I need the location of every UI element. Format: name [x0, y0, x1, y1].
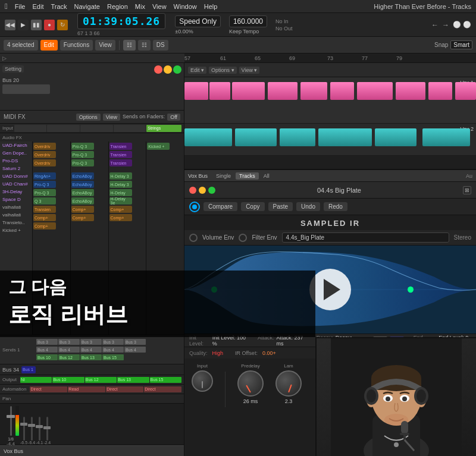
lam-knob[interactable] [275, 370, 302, 397]
play-button[interactable]: ▶ [18, 20, 29, 30]
window-min-left[interactable] [164, 65, 172, 74]
window-max-left[interactable] [173, 65, 181, 74]
fx-slot[interactable]: EchoABoy [71, 197, 94, 205]
send-btn[interactable]: Bus 4 [102, 347, 124, 353]
fx-slot[interactable]: Pro-Q 3 [33, 189, 56, 196]
menu-edit[interactable]: Edit [32, 3, 43, 10]
settings-btn[interactable]: Setting [2, 65, 24, 73]
send-btn[interactable]: Bus 3 [36, 339, 58, 345]
window-close-left[interactable] [154, 65, 162, 74]
predelay-knob[interactable] [237, 370, 264, 397]
tracks-tab[interactable]: Tracks [236, 172, 259, 180]
track-region[interactable] [184, 128, 232, 146]
fx-slot[interactable]: Pro-Q 3 [71, 159, 94, 166]
send-btn[interactable]: Bus 3 [102, 339, 124, 345]
menu-view[interactable]: View [152, 3, 167, 10]
volume-env-label[interactable]: Volume Env [202, 234, 234, 241]
menu-navigate[interactable]: Navigate [74, 3, 100, 10]
stop-button[interactable]: ▮▮ [31, 20, 42, 30]
fx-slot[interactable]: Transien [33, 206, 56, 213]
fader-thumb[interactable] [36, 425, 43, 428]
send-btn[interactable]: Bus 3 [80, 339, 102, 345]
sends-off[interactable]: Off [167, 114, 180, 121]
fx-slot[interactable]: Q 3 [33, 197, 56, 205]
fx-slot[interactable]: Kicked + [147, 143, 170, 150]
fx-slot[interactable]: Transien [109, 159, 132, 166]
menu-track[interactable]: Track [51, 3, 67, 10]
fx-slot[interactable]: RingAn+ [33, 172, 56, 180]
track-region[interactable] [184, 82, 208, 100]
view-dropdown[interactable]: View [103, 114, 120, 121]
grid-btn2[interactable]: ☷ [138, 40, 151, 51]
paste-btn[interactable]: Paste [268, 202, 293, 211]
tracks-edit-btn[interactable]: Edit ▾ [188, 67, 206, 74]
fx-slot[interactable]: Pro-Q 3 [71, 143, 94, 150]
plugin-min-btn[interactable] [199, 187, 206, 194]
send-btn[interactable]: Bus 15 [102, 354, 124, 360]
tracks-view-btn[interactable]: View ▾ [239, 67, 260, 74]
send-btn[interactable]: Bus 12 [58, 354, 80, 360]
fx-slot[interactable]: Pro-Q 3 [33, 181, 56, 188]
fx-slot[interactable]: H-Delay 3e [109, 197, 132, 205]
send-btn[interactable]: Bus 4 [80, 347, 102, 353]
track-region[interactable] [209, 82, 230, 100]
send-btn[interactable]: Bus 10 [36, 354, 58, 360]
rewind-button[interactable]: ◀◀ [5, 20, 15, 30]
plugin-power-btn[interactable] [189, 202, 200, 212]
track-region[interactable] [357, 82, 393, 100]
single-tab[interactable]: Single [212, 172, 234, 180]
tracks-options-btn[interactable]: Options ▾ [209, 67, 237, 74]
fx-slot[interactable]: Comp+ [33, 222, 56, 229]
track-region[interactable] [422, 128, 470, 146]
plugin-close-btn[interactable] [189, 187, 196, 194]
fx-slot[interactable]: Comp+ [71, 206, 94, 213]
track-region[interactable] [300, 82, 327, 100]
fx-slot[interactable]: Comp+ [71, 214, 94, 221]
view-btn[interactable]: View [95, 40, 115, 51]
track-region[interactable] [396, 82, 425, 100]
track-region[interactable] [268, 82, 298, 100]
fx-slot[interactable]: Comp+ [109, 214, 132, 221]
forward-button[interactable]: → [442, 21, 449, 29]
fader-thumb[interactable] [28, 424, 35, 427]
grid-btn1[interactable]: ☷ [123, 40, 136, 51]
record-button[interactable]: ● [44, 20, 55, 30]
fx-slot[interactable]: EchoABoy [71, 172, 94, 180]
track-region[interactable] [330, 82, 354, 100]
send-btn[interactable]: Bus 4 [36, 347, 58, 353]
volume-env-toggle[interactable] [189, 234, 198, 242]
waveform-play-btn[interactable] [309, 269, 351, 310]
apple-menu[interactable]:  [5, 2, 8, 11]
fader-thumb[interactable] [43, 426, 51, 429]
loop-button[interactable]: ↻ [57, 20, 68, 30]
track-region[interactable] [318, 128, 372, 146]
fx-slot[interactable]: H-Delay [109, 189, 132, 196]
track-region[interactable] [235, 128, 277, 146]
options-dropdown[interactable]: Options [76, 114, 101, 121]
plugin-expand-btn[interactable]: ⊠ [463, 186, 471, 194]
fx-slot[interactable]: Overdriv [33, 151, 56, 158]
fader-thumb[interactable] [20, 423, 27, 426]
menu-mix[interactable]: Mix [135, 3, 145, 10]
fx-slot[interactable]: EchoABoy [71, 181, 94, 188]
fx-slot[interactable]: Transien [109, 151, 132, 158]
compare-btn[interactable]: Compare [203, 202, 237, 211]
track-region[interactable] [428, 82, 452, 100]
track-region[interactable] [232, 82, 265, 100]
back-button[interactable]: ← [431, 21, 439, 29]
functions-btn[interactable]: Functions [60, 40, 93, 51]
snap-value[interactable]: Smart [450, 40, 472, 49]
fx-slot[interactable]: H-Delay 3 [109, 172, 132, 180]
track-region[interactable] [280, 128, 315, 146]
master-fader-thumb[interactable] [7, 415, 15, 418]
fx-slot[interactable]: EchoABoy [71, 189, 94, 196]
send-btn[interactable]: Bus 3 [124, 339, 146, 345]
menu-window[interactable]: Window [174, 3, 197, 10]
send-btn[interactable]: Bus 4 [58, 347, 80, 353]
all-tab[interactable]: All [260, 172, 273, 180]
input-knob[interactable] [192, 370, 213, 392]
fx-slot[interactable]: Comp+ [109, 206, 132, 213]
track-region[interactable] [375, 128, 416, 146]
copy-btn[interactable]: Copy [241, 202, 264, 211]
track-region[interactable] [455, 82, 476, 100]
